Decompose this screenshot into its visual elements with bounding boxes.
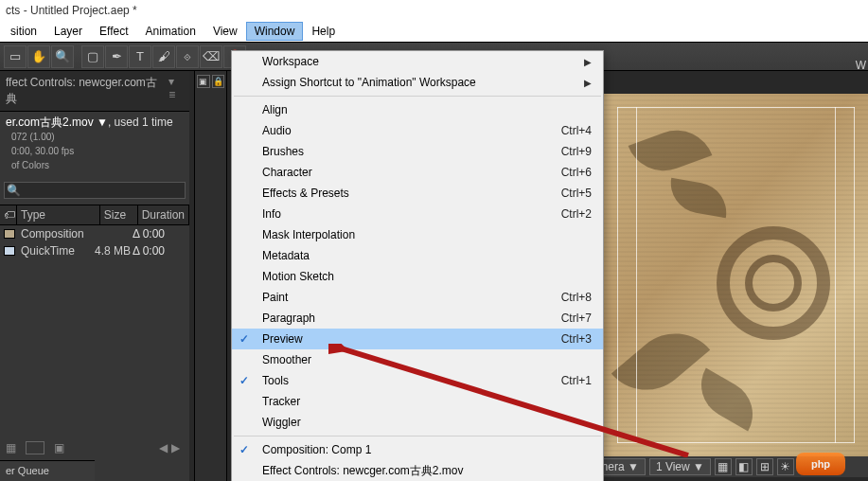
scroll-right-icon[interactable]: ▶ xyxy=(171,441,180,454)
menu-item-brushes[interactable]: BrushesCtrl+9 xyxy=(232,141,603,162)
menu-item-preview[interactable]: ✓PreviewCtrl+3 xyxy=(232,329,603,349)
menu-item-motion-sketch[interactable]: Motion Sketch xyxy=(232,266,603,287)
effect-controls-tab[interactable]: ffect Controls: newcger.com古典 ▾ ≡ xyxy=(0,71,189,112)
menu-item-tools[interactable]: ✓ToolsCtrl+1 xyxy=(232,370,603,391)
eraser-tool-icon[interactable]: ⌫ xyxy=(200,45,222,68)
grid-icon[interactable]: ▦ xyxy=(715,458,732,475)
check-icon: ✓ xyxy=(239,374,249,387)
pen-tool-icon[interactable]: ✒ xyxy=(105,45,128,68)
scroll-left-icon[interactable]: ◀ xyxy=(159,441,168,454)
panel-menu-icon[interactable]: ▾ ≡ xyxy=(168,75,184,107)
hand-tool-icon[interactable]: ✋ xyxy=(27,45,50,68)
window-title: cts - Untitled Project.aep * xyxy=(6,4,137,17)
submenu-arrow-icon: ▶ xyxy=(584,78,592,88)
item-swatch-icon xyxy=(4,229,15,239)
menu-item-wiggler[interactable]: Wiggler xyxy=(232,412,603,433)
brush-tool-icon[interactable]: 🖌 xyxy=(152,45,175,68)
workspace-label: W xyxy=(856,59,866,72)
menu-item-metadata[interactable]: Metadata xyxy=(232,245,603,266)
menu-item-align[interactable]: Align xyxy=(232,99,603,120)
project-panel: ffect Controls: newcger.com古典 ▾ ≡ er.com… xyxy=(0,71,189,481)
menu-item-info[interactable]: InfoCtrl+2 xyxy=(232,204,603,224)
menu-window[interactable]: Window xyxy=(246,22,304,41)
search-input[interactable]: 🔍 xyxy=(4,182,186,199)
menu-item-character[interactable]: CharacterCtrl+6 xyxy=(232,162,603,183)
menu-item-composition-comp-1[interactable]: ✓Composition: Comp 1 xyxy=(232,439,603,460)
menu-item-paragraph[interactable]: ParagraphCtrl+7 xyxy=(232,308,603,329)
check-icon: ✓ xyxy=(239,332,249,346)
menu-item-tracker[interactable]: Tracker xyxy=(232,391,603,412)
menu-item-smoother[interactable]: Smoother xyxy=(232,349,603,370)
menu-animation[interactable]: Animation xyxy=(137,22,204,41)
lock-icon[interactable]: 🔒 xyxy=(212,75,225,88)
clone-tool-icon[interactable]: ⟐ xyxy=(176,45,199,68)
render-queue-tab[interactable]: er Queue xyxy=(0,460,95,481)
search-icon: 🔍 xyxy=(5,184,22,197)
check-icon: ✓ xyxy=(239,443,249,456)
new-comp-icon[interactable]: ▣ xyxy=(54,441,64,454)
menu-bar: sition Layer Effect Animation View Windo… xyxy=(0,21,868,42)
menu-layer[interactable]: Layer xyxy=(45,22,91,41)
new-folder-icon[interactable] xyxy=(26,441,44,454)
label-icon: 🏷 xyxy=(4,208,15,222)
col-type[interactable]: Type xyxy=(17,205,100,224)
menu-item-effects-presets[interactable]: Effects & PresetsCtrl+5 xyxy=(232,183,603,204)
project-columns: 🏷 Type Size Duration xyxy=(0,205,189,225)
viewer-canvas[interactable] xyxy=(604,94,868,456)
item-swatch-icon xyxy=(4,246,15,256)
col-duration[interactable]: Duration xyxy=(138,205,189,224)
window-menu-dropdown: Workspace▶Assign Shortcut to "Animation"… xyxy=(231,50,604,481)
list-item[interactable]: CompositionΔ 0:00 xyxy=(0,225,189,242)
list-item[interactable]: QuickTime4.8 MBΔ 0:00 xyxy=(0,242,189,259)
php-watermark: php xyxy=(796,453,845,475)
title-bar: cts - Untitled Project.aep * xyxy=(0,0,868,21)
menu-composition[interactable]: sition xyxy=(2,22,45,41)
zoom-tool-icon[interactable]: 🔍 xyxy=(51,45,74,68)
menu-help[interactable]: Help xyxy=(303,22,344,41)
menu-view[interactable]: View xyxy=(204,22,246,41)
project-list: CompositionΔ 0:00QuickTime4.8 MBΔ 0:00 xyxy=(0,225,189,259)
mask-icon[interactable]: ◧ xyxy=(735,458,753,475)
project-item[interactable]: er.com古典2.mov ▼, used 1 time 072 (1.00) … xyxy=(0,112,189,176)
menu-effect[interactable]: Effect xyxy=(91,22,136,41)
menu-item-mask-interpolation[interactable]: Mask Interpolation xyxy=(232,224,603,245)
view-layout-dropdown[interactable]: 1 View ▼ xyxy=(649,458,711,475)
menu-item-audio[interactable]: AudioCtrl+4 xyxy=(232,120,603,141)
exposure-icon[interactable]: ☀ xyxy=(777,458,794,475)
project-footer: ▦ ▣ ◀▶ xyxy=(0,439,180,456)
col-size[interactable]: Size xyxy=(100,205,138,224)
timeline-gutter: ▣ 🔒 xyxy=(194,71,227,481)
composition-viewer xyxy=(604,71,868,456)
menu-item-workspace[interactable]: Workspace▶ xyxy=(232,51,603,72)
bpc-icon[interactable]: ▦ xyxy=(6,441,16,454)
submenu-arrow-icon: ▶ xyxy=(584,57,592,67)
selection-tool-icon[interactable]: ▭ xyxy=(4,45,27,68)
type-tool-icon[interactable]: T xyxy=(129,45,151,68)
menu-item-assign-shortcut-to-animation-workspace[interactable]: Assign Shortcut to "Animation" Workspace… xyxy=(232,72,603,93)
comp-mini-icon[interactable]: ▣ xyxy=(197,75,210,88)
menu-item-paint[interactable]: PaintCtrl+8 xyxy=(232,287,603,308)
menu-item-effect-controls-newcger-com-2-mov[interactable]: Effect Controls: newcger.com古典2.mov xyxy=(232,460,603,481)
rect-tool-icon[interactable]: ▢ xyxy=(81,45,104,68)
timecode-icon[interactable]: ⊞ xyxy=(756,458,773,475)
